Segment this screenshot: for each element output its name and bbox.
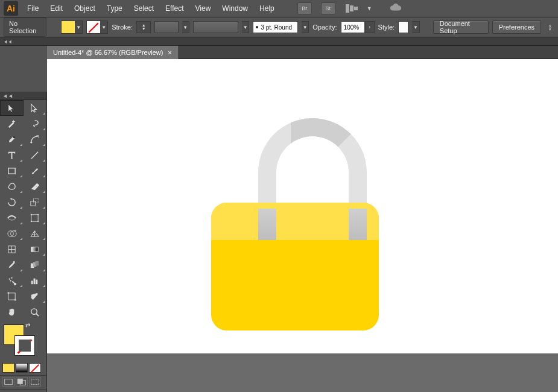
- svg-rect-27: [31, 280, 33, 284]
- opacity-label: Opacity:: [312, 24, 337, 31]
- menu-edit[interactable]: Edit: [48, 2, 65, 14]
- perspective-grid-tool[interactable]: [24, 226, 47, 241]
- control-overflow-icon[interactable]: ⟫: [548, 24, 552, 31]
- shaper-tool[interactable]: [0, 179, 24, 194]
- lasso-tool[interactable]: [24, 116, 47, 131]
- svg-rect-3: [8, 168, 15, 173]
- selection-status: No Selection: [4, 17, 46, 37]
- svg-rect-37: [5, 379, 13, 385]
- fill-color-button[interactable]: ▼: [61, 21, 83, 34]
- lock-shackle-leg-right: [349, 209, 367, 240]
- svg-rect-26: [14, 283, 16, 285]
- menu-window[interactable]: Window: [220, 2, 250, 14]
- eraser-tool[interactable]: [24, 179, 47, 194]
- brush-definition-dropdown[interactable]: ▼: [302, 21, 309, 33]
- menu-object[interactable]: Object: [72, 2, 98, 14]
- svg-rect-9: [31, 221, 32, 222]
- svg-point-23: [8, 278, 10, 279]
- svg-rect-18: [31, 247, 38, 251]
- blend-tool[interactable]: [24, 257, 47, 273]
- artboard-tool[interactable]: [0, 288, 24, 304]
- close-tab-icon[interactable]: ×: [168, 49, 171, 56]
- svg-point-24: [11, 277, 12, 278]
- draw-behind[interactable]: [16, 377, 28, 387]
- svg-rect-10: [37, 221, 39, 222]
- color-mode-color[interactable]: [2, 363, 14, 373]
- canvas[interactable]: [47, 59, 558, 353]
- zoom-tool[interactable]: [24, 304, 47, 320]
- chevron-down-icon: ▼: [100, 21, 107, 33]
- style-label: Style:: [378, 24, 395, 31]
- magic-wand-tool[interactable]: [0, 116, 24, 131]
- direct-selection-tool[interactable]: [24, 100, 47, 116]
- stroke-color-button[interactable]: ▼: [86, 21, 108, 34]
- stroke-weight-dropdown[interactable]: ▼: [182, 21, 189, 33]
- color-mode-gradient[interactable]: [16, 363, 28, 373]
- brush-definition-field[interactable]: 3 pt. Round: [253, 21, 298, 33]
- swap-fill-stroke-icon[interactable]: ⇄: [25, 322, 30, 329]
- sync-settings-icon[interactable]: [389, 2, 402, 15]
- draw-inside[interactable]: [29, 377, 41, 387]
- brush-dot-icon: [256, 26, 258, 28]
- stroke-weight-stepper[interactable]: ▲▼: [136, 21, 151, 33]
- preferences-button[interactable]: Preferences: [492, 21, 541, 34]
- line-tool[interactable]: [24, 147, 47, 163]
- stroke-profile-dropdown[interactable]: ▼: [242, 21, 249, 33]
- menu-file[interactable]: File: [25, 2, 41, 14]
- mesh-tool[interactable]: [0, 241, 24, 257]
- svg-point-25: [10, 280, 11, 281]
- dock-collapse-strip[interactable]: ◄◄: [0, 37, 558, 46]
- symbol-sprayer-tool[interactable]: [0, 273, 24, 288]
- bridge-button[interactable]: Br: [297, 2, 312, 14]
- menu-view[interactable]: View: [193, 2, 214, 14]
- tools-panel: ◄◄ ⇄: [0, 92, 47, 392]
- menu-select[interactable]: Select: [132, 2, 156, 14]
- type-tool[interactable]: [0, 147, 24, 163]
- menu-bar: Ai File Edit Object Type Select Effect V…: [0, 0, 558, 17]
- pen-tool[interactable]: [0, 131, 24, 147]
- svg-rect-30: [8, 292, 15, 299]
- chevron-down-icon: ▼: [75, 21, 82, 33]
- eyedropper-tool[interactable]: [0, 257, 24, 273]
- brush-definition-label: 3 pt. Round: [261, 24, 292, 31]
- draw-normal[interactable]: [2, 377, 14, 387]
- free-transform-tool[interactable]: [24, 210, 47, 226]
- graphic-style-dropdown[interactable]: ▼: [412, 21, 419, 33]
- curvature-tool[interactable]: [24, 131, 47, 147]
- document-tab[interactable]: Untitled-4* @ 66.67% (RGB/Preview) ×: [47, 46, 179, 59]
- menu-type[interactable]: Type: [104, 2, 125, 14]
- workspace: ◄◄ ⇄ Untitled-4* @ 66.67% (RGB/Preview) …: [0, 46, 558, 392]
- opacity-input[interactable]: 100%: [341, 21, 365, 33]
- stroke-weight-field[interactable]: [154, 21, 179, 33]
- arrange-documents-caret[interactable]: ▼: [367, 5, 372, 11]
- slice-tool[interactable]: [24, 288, 47, 304]
- stroke-profile-field[interactable]: [193, 21, 238, 33]
- hand-tool[interactable]: [0, 304, 24, 320]
- color-mode-none[interactable]: [29, 363, 41, 373]
- arrange-documents-button[interactable]: [346, 4, 359, 13]
- menu-effect[interactable]: Effect: [163, 2, 186, 14]
- rotate-tool[interactable]: [0, 194, 24, 210]
- graphic-style-swatch[interactable]: [398, 21, 408, 33]
- document-tab-title: Untitled-4* @ 66.67% (RGB/Preview): [53, 49, 163, 56]
- stroke-indicator[interactable]: [14, 335, 35, 356]
- menu-help[interactable]: Help: [257, 2, 277, 14]
- svg-rect-5: [34, 198, 39, 203]
- svg-line-2: [31, 151, 38, 158]
- opacity-dropdown[interactable]: ›: [365, 21, 375, 33]
- gradient-tool[interactable]: [24, 241, 47, 257]
- tools-panel-collapse[interactable]: ◄◄: [0, 92, 46, 100]
- svg-rect-40: [31, 379, 39, 385]
- scale-tool[interactable]: [24, 194, 47, 210]
- column-graph-tool[interactable]: [24, 273, 47, 288]
- selection-tool[interactable]: [0, 100, 24, 116]
- screen-mode-button[interactable]: [0, 389, 46, 392]
- paintbrush-tool[interactable]: [24, 163, 47, 179]
- stock-button[interactable]: St: [321, 2, 335, 14]
- rectangle-tool[interactable]: [0, 163, 24, 179]
- pasteboard[interactable]: [47, 353, 558, 392]
- width-tool[interactable]: [0, 210, 24, 226]
- document-setup-button[interactable]: Document Setup: [433, 21, 489, 34]
- shape-builder-tool[interactable]: [0, 226, 24, 241]
- svg-rect-22: [36, 261, 39, 265]
